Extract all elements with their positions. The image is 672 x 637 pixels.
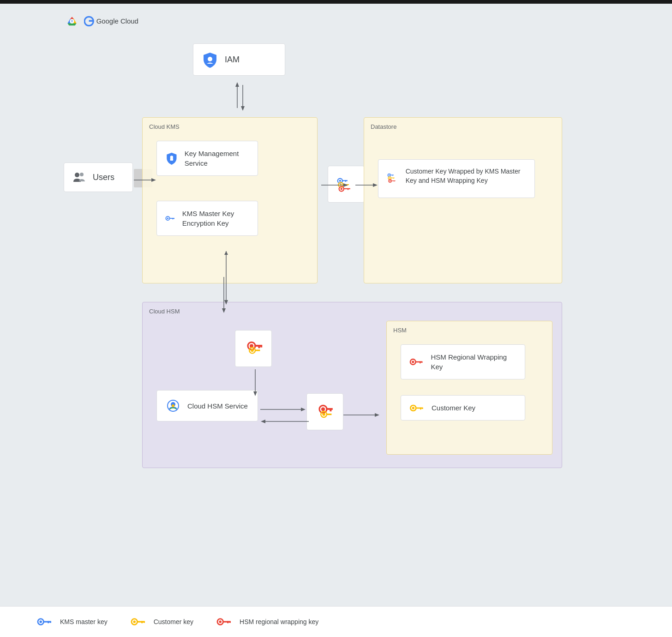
svg-rect-70 <box>255 349 260 351</box>
svg-marker-88 <box>375 413 379 417</box>
google-cloud-logo: Google Cloud <box>65 13 644 30</box>
hsm-container: HSM HSM Regional Wrapping Key <box>386 321 552 455</box>
legend-customer-label: Customer key <box>154 618 193 625</box>
svg-rect-18 <box>172 218 173 219</box>
svg-rect-39 <box>392 175 393 176</box>
kms-key-icon <box>165 214 176 223</box>
users-icon <box>72 170 86 184</box>
svg-rect-17 <box>169 218 174 219</box>
customer-key-wrapped-label: Customer Key Wrapped by KMS Master Key a… <box>406 167 526 185</box>
diagram-wrapper: IAM Users <box>59 43 613 487</box>
svg-rect-91 <box>43 621 51 622</box>
kms-master-key-label: KMS Master Key Encryption Key <box>182 209 249 228</box>
svg-point-16 <box>167 217 169 219</box>
iam-box: IAM <box>193 43 285 76</box>
svg-marker-77 <box>301 408 306 411</box>
users-label: Users <box>93 173 114 182</box>
svg-marker-52 <box>224 300 228 305</box>
svg-point-79 <box>321 407 325 411</box>
legend-kms-key-icon <box>37 617 55 627</box>
hsm-red-key-top-icon <box>244 339 263 358</box>
svg-point-59 <box>412 407 414 409</box>
users-to-kms-arrow <box>134 175 157 185</box>
bottom-to-hsm-regional-arrow <box>343 410 380 420</box>
kms-service-box: Key Management Service <box>156 141 258 176</box>
svg-marker-21 <box>343 183 348 187</box>
svg-point-10 <box>80 173 84 176</box>
svg-point-75 <box>172 404 174 407</box>
hsm-red-key-top-box <box>235 330 272 367</box>
svg-marker-86 <box>261 420 265 423</box>
svg-rect-14 <box>170 158 174 161</box>
svg-point-90 <box>39 620 42 623</box>
cloud-hsm-service-box: Cloud HSM Service <box>156 390 258 421</box>
svg-point-41 <box>389 177 390 179</box>
svg-rect-57 <box>421 361 423 363</box>
svg-text:Google Cloud: Google Cloud <box>96 17 138 25</box>
legend-hsm-key-icon <box>216 617 235 627</box>
svg-rect-2 <box>89 20 94 22</box>
svg-point-37 <box>389 174 390 176</box>
svg-marker-8 <box>241 106 245 111</box>
svg-marker-6 <box>235 82 239 87</box>
users-box: Users <box>64 162 133 192</box>
svg-point-9 <box>75 173 79 177</box>
svg-marker-12 <box>151 178 156 182</box>
customer-key-box: Customer Key <box>401 395 525 421</box>
svg-point-13 <box>170 156 174 159</box>
hsm-regional-wrapping-box: HSM Regional Wrapping Key <box>401 344 525 379</box>
svg-rect-42 <box>391 178 395 178</box>
datastore-container: Datastore <box>364 117 562 283</box>
svg-marker-51 <box>224 251 228 255</box>
hsm-top-to-service-arrow <box>251 369 260 397</box>
kms-shield-icon <box>165 150 178 166</box>
svg-rect-101 <box>223 621 230 622</box>
svg-rect-62 <box>422 407 423 409</box>
customer-key-label: Customer Key <box>432 403 475 413</box>
svg-rect-67 <box>260 345 262 348</box>
svg-point-45 <box>390 180 391 182</box>
google-cloud-icon <box>65 14 79 29</box>
svg-rect-19 <box>174 218 174 219</box>
legend-hsm-regional-label: HSM regional wrapping key <box>240 618 318 625</box>
customer-key-yellow-icon <box>409 403 425 413</box>
svg-rect-56 <box>420 361 421 364</box>
svg-rect-98 <box>144 621 145 623</box>
svg-rect-97 <box>141 621 143 623</box>
svg-point-95 <box>133 620 136 623</box>
legend-kms-label: KMS master key <box>60 618 108 625</box>
svg-rect-96 <box>137 621 144 622</box>
hsm-service-to-bottom-arrow <box>260 405 306 414</box>
svg-point-100 <box>219 620 222 623</box>
svg-rect-55 <box>415 361 422 363</box>
svg-rect-84 <box>326 414 331 415</box>
svg-rect-92 <box>48 621 49 623</box>
cloud-hsm-label: Cloud HSM <box>149 308 180 315</box>
svg-marker-49 <box>222 308 226 313</box>
svg-rect-60 <box>416 407 423 409</box>
top-bar <box>0 0 672 4</box>
hsm-red-key-icon <box>409 357 424 367</box>
hsm-bottom-key-icon <box>316 403 334 421</box>
svg-rect-102 <box>227 621 228 623</box>
customer-key-wrapped-icon <box>387 167 399 190</box>
svg-point-4 <box>208 57 212 61</box>
kms-service-label: Key Management Service <box>185 149 249 168</box>
svg-rect-93 <box>50 621 51 623</box>
customer-key-wrapped-box: Customer Key Wrapped by KMS Master Key a… <box>378 159 535 198</box>
iam-label: IAM <box>225 55 240 65</box>
legend: KMS master key Customer key HSM regional… <box>0 606 672 637</box>
svg-point-83 <box>322 413 325 415</box>
svg-rect-81 <box>330 408 331 411</box>
hsm-label: HSM <box>393 327 407 334</box>
iam-arrow <box>234 80 247 113</box>
svg-rect-103 <box>229 621 231 623</box>
legend-customer-key-icon <box>131 617 149 627</box>
svg-rect-46 <box>391 180 396 181</box>
bottom-to-hsm-service-arrow <box>258 417 309 426</box>
svg-point-69 <box>251 349 253 352</box>
legend-kms-master-key: KMS master key <box>37 617 108 627</box>
hsm-bottom-key-box <box>306 393 343 430</box>
svg-rect-43 <box>393 178 393 179</box>
svg-marker-35 <box>373 183 378 187</box>
